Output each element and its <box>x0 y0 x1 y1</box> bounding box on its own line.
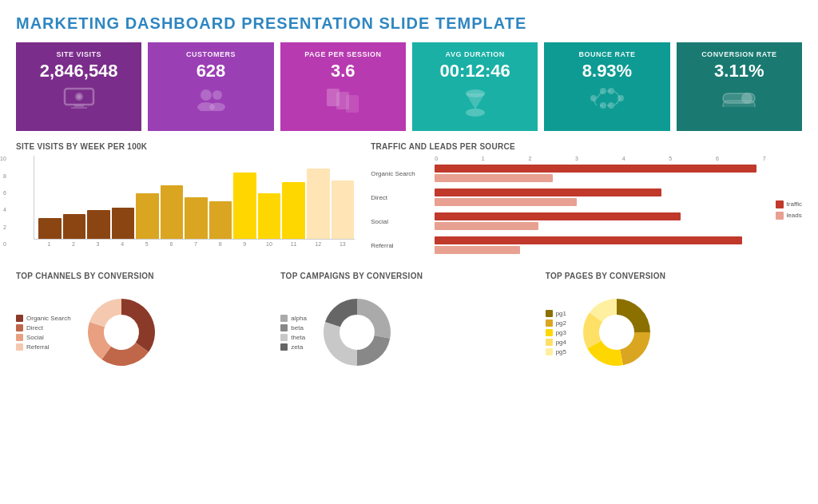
donut-legend-label: alpha <box>291 315 307 322</box>
donut-channels-legend: Organic SearchDirectSocialReferral <box>16 315 71 351</box>
bar-group-8 <box>232 156 257 239</box>
legend-label: traffic <box>787 200 802 208</box>
hbar-xlabel: 6 <box>716 156 719 161</box>
donut-legend-dot <box>546 339 553 346</box>
donut-channels-section: TOP CHANNELS by Conversion Organic Searc… <box>16 272 272 376</box>
bar-7 <box>209 201 232 239</box>
bar-xlabel-12: 13 <box>331 241 355 247</box>
hbar-row-2: Social <box>435 212 765 230</box>
kpi-card-bounce-rate: BOUNCE RATE 8.93% <box>544 42 669 131</box>
donut-pages-area: pg1pg2pg3pg4pg5 <box>546 288 802 376</box>
hbar-xlabel: 7 <box>763 156 766 161</box>
bar-3 <box>112 208 135 240</box>
bar-2 <box>87 210 110 239</box>
donut-pages-title: TOP PAGES by Conversion <box>546 272 802 280</box>
donut-campaigns-section: TOP CAMPAIGNS by Conversion alphabetathe… <box>280 272 537 376</box>
donut-legend-item: pg1 <box>546 310 566 317</box>
hbar-row-label-3: Referral <box>371 242 393 249</box>
donut-legend-label: pg1 <box>556 310 566 317</box>
donut-segment <box>325 299 357 327</box>
kpi-label-bounce-rate: BOUNCE RATE <box>579 50 636 58</box>
svg-point-7 <box>212 90 222 100</box>
donut-pages-chart <box>573 288 661 376</box>
bar-group-6 <box>184 156 208 239</box>
donut-legend-dot <box>546 310 553 317</box>
kpi-label-avg-duration: AVG DURATION <box>446 50 505 58</box>
hbar-chart-area: Organic SearchDirectSocialReferral <box>371 165 765 264</box>
bar-xlabel-2: 3 <box>85 241 110 247</box>
donut-legend-label: pg4 <box>556 339 566 346</box>
donut-segment <box>121 299 155 352</box>
bar-group-3 <box>111 156 136 239</box>
donut-segment <box>89 299 121 327</box>
bar-group-7 <box>208 156 233 239</box>
legend-label: leads <box>787 212 802 219</box>
hbar-xlabel: 3 <box>575 156 578 161</box>
donut-legend-dot <box>546 319 553 327</box>
kpi-value-customers: 628 <box>197 62 226 81</box>
donut-legend-dot <box>16 315 23 322</box>
donut-campaigns-area: alphabetathetazeta <box>280 288 537 376</box>
kpi-label-conversion-rate: CONVERSION RATE <box>701 50 776 58</box>
hbar-xlabel: 5 <box>669 156 672 161</box>
bar-chart-xaxis: 12345678910111213 <box>37 241 355 247</box>
kpi-icon-avg-duration <box>463 87 488 125</box>
page-title: MARKETING DASHBOARD PRESENTATION SLIDE T… <box>16 14 802 33</box>
donut-legend-dot <box>280 343 288 351</box>
bar-1 <box>63 214 86 239</box>
donut-legend-item: Organic Search <box>16 315 71 322</box>
bar-chart-yaxis: 10 8 6 4 2 0 <box>0 156 6 247</box>
svg-rect-3 <box>74 105 84 107</box>
svg-point-2 <box>77 95 81 99</box>
hbar-traffic-1 <box>435 189 661 196</box>
donut-pages-section: TOP PAGES by Conversion pg1pg2pg3pg4pg5 <box>546 272 802 376</box>
donut-campaigns-legend: alphabetathetazeta <box>280 315 307 351</box>
hbar-traffic-0 <box>435 165 756 173</box>
donut-legend-dot <box>16 343 23 351</box>
bar-chart-title: SITE VISITS by Week per 100k <box>16 142 355 151</box>
bar-group-11 <box>306 156 331 239</box>
dashboard: MARKETING DASHBOARD PRESENTATION SLIDE T… <box>0 0 818 504</box>
kpi-value-conversion-rate: 3.11% <box>714 62 764 81</box>
kpi-label-site-visits: SITE VISITS <box>56 50 101 58</box>
donut-legend-item: beta <box>280 324 307 331</box>
hbar-track-3 <box>435 236 765 254</box>
donut-legend-label: Organic Search <box>26 315 71 322</box>
kpi-card-site-visits: SITE VISITS 2,846,548 <box>16 42 141 131</box>
kpi-icon-bounce-rate <box>590 87 625 115</box>
bar-6 <box>185 197 208 239</box>
donut-legend-dot <box>546 348 553 355</box>
svg-point-8 <box>209 103 225 112</box>
hbar-leads-2 <box>435 222 538 230</box>
hbar-xlabel: 1 <box>482 156 485 161</box>
charts-row-1: SITE VISITS by Week per 100k 10 8 6 4 2 … <box>16 142 802 264</box>
bar-chart-area <box>34 156 355 240</box>
hbar-chart-box: TRAFFIC and LEADS Per Source 01234567 Or… <box>371 142 802 264</box>
bar-xlabel-4: 5 <box>135 241 160 247</box>
bar-xlabel-5: 6 <box>159 241 184 247</box>
bar-9 <box>258 193 281 239</box>
hbar-legend: trafficleads <box>776 200 802 220</box>
bar-xlabel-10: 11 <box>281 241 306 247</box>
svg-point-5 <box>201 89 212 101</box>
kpi-card-conversion-rate: CONVERSION RATE 3.11% <box>677 42 802 131</box>
hbar-xaxis-top: 01234567 <box>371 156 765 161</box>
hbar-leads-3 <box>435 246 520 254</box>
hbar-row-label-1: Direct <box>371 194 387 201</box>
hbar-track-2 <box>435 212 765 230</box>
donut-legend-label: Direct <box>26 324 43 331</box>
donut-campaigns-chart <box>313 288 401 376</box>
donut-legend-label: pg5 <box>556 348 566 355</box>
bar-group-0 <box>38 156 62 239</box>
kpi-icon-page-per-session <box>325 87 360 118</box>
bar-0 <box>38 218 62 239</box>
donut-legend-item: Referral <box>16 343 71 351</box>
bar-xlabel-0: 1 <box>37 241 62 247</box>
svg-rect-11 <box>346 95 359 113</box>
hbar-row-0: Organic Search <box>435 165 765 182</box>
legend-dot <box>776 200 784 208</box>
kpi-value-page-per-session: 3.6 <box>331 62 355 81</box>
donut-legend-label: zeta <box>291 343 303 351</box>
svg-point-13 <box>466 109 485 117</box>
hbar-leads-0 <box>435 174 553 182</box>
